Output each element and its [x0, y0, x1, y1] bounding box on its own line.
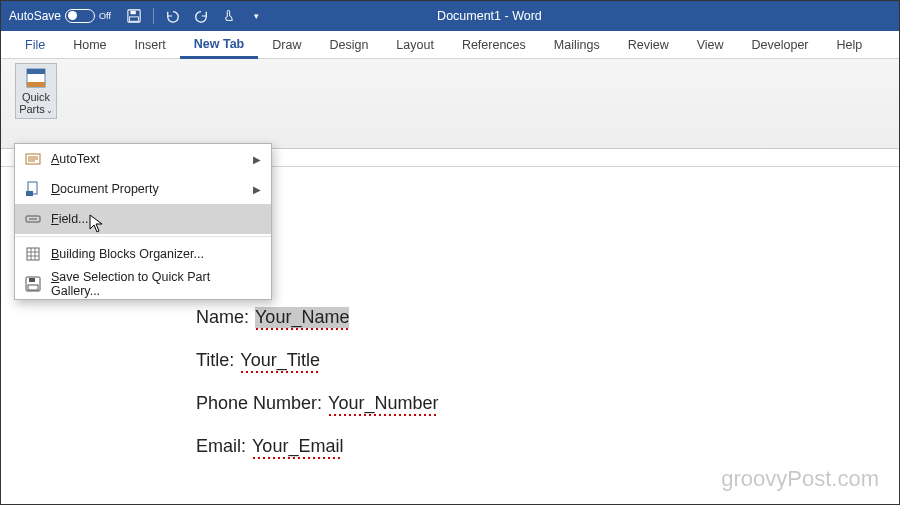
- undo-icon[interactable]: [165, 8, 181, 24]
- field-value-name[interactable]: Your_Name: [255, 307, 349, 328]
- menu-label-autotext: AutoText: [51, 152, 243, 166]
- autosave-toggle[interactable]: AutoSave Off: [9, 9, 117, 23]
- doc-line-title[interactable]: Title: Your_Title: [196, 350, 899, 371]
- submenu-arrow-icon: ▶: [253, 154, 261, 165]
- field-label-name: Name:: [196, 307, 249, 328]
- field-value-title[interactable]: Your_Title: [240, 350, 320, 371]
- svg-rect-12: [29, 278, 35, 282]
- svg-rect-5: [27, 82, 45, 87]
- customize-qat-icon[interactable]: ▾: [249, 8, 265, 24]
- tab-file[interactable]: File: [11, 31, 59, 58]
- field-value-email[interactable]: Your_Email: [252, 436, 343, 457]
- touch-mode-icon[interactable]: [221, 8, 237, 24]
- field-icon: [25, 211, 41, 227]
- menu-label-building-blocks: Building Blocks Organizer...: [51, 247, 261, 261]
- spell-squiggle: [255, 328, 349, 331]
- quick-parts-label-2: Parts: [19, 103, 45, 115]
- toggle-track: [65, 9, 95, 23]
- quick-parts-menu: AutoText ▶ Document Property ▶ Field... …: [14, 143, 272, 300]
- spell-squiggle: [328, 414, 438, 417]
- tab-developer[interactable]: Developer: [738, 31, 823, 58]
- quick-parts-label-1: Quick: [22, 91, 50, 103]
- tab-design[interactable]: Design: [315, 31, 382, 58]
- svg-rect-2: [130, 17, 139, 21]
- menu-item-building-blocks[interactable]: Building Blocks Organizer...: [15, 239, 271, 269]
- tab-review[interactable]: Review: [614, 31, 683, 58]
- spell-squiggle: [252, 457, 343, 460]
- building-blocks-icon: [25, 246, 41, 262]
- quick-parts-icon: [25, 67, 47, 89]
- chevron-down-icon: ⌄: [46, 107, 53, 116]
- menu-item-save-selection[interactable]: Save Selection to Quick Part Gallery...: [15, 269, 271, 299]
- ribbon-body: Quick Parts⌄: [1, 59, 899, 149]
- field-label-email: Email:: [196, 436, 246, 457]
- tab-view[interactable]: View: [683, 31, 738, 58]
- menu-label-field: Field...: [51, 212, 261, 226]
- mouse-cursor-icon: [89, 214, 105, 234]
- title-bar-left: AutoSave Off ▾: [9, 8, 268, 24]
- save-icon[interactable]: [126, 8, 142, 24]
- doc-line-phone[interactable]: Phone Number: Your_Number: [196, 393, 899, 414]
- tab-help[interactable]: Help: [823, 31, 877, 58]
- svg-rect-4: [27, 69, 45, 74]
- tab-draw[interactable]: Draw: [258, 31, 315, 58]
- field-label-phone: Phone Number:: [196, 393, 322, 414]
- spell-squiggle: [240, 371, 320, 374]
- doc-line-email[interactable]: Email: Your_Email: [196, 436, 899, 457]
- menu-item-autotext[interactable]: AutoText ▶: [15, 144, 271, 174]
- tab-insert[interactable]: Insert: [121, 31, 180, 58]
- svg-rect-1: [130, 11, 135, 15]
- tab-home[interactable]: Home: [59, 31, 120, 58]
- document-title: Document1 - Word: [268, 9, 711, 23]
- autosave-label: AutoSave: [9, 9, 61, 23]
- autotext-icon: [25, 151, 41, 167]
- redo-icon[interactable]: [193, 8, 209, 24]
- title-bar: AutoSave Off ▾ Document1 - Word: [1, 1, 899, 31]
- quick-parts-button[interactable]: Quick Parts⌄: [15, 63, 57, 119]
- menu-item-document-property[interactable]: Document Property ▶: [15, 174, 271, 204]
- svg-rect-8: [26, 191, 33, 196]
- tab-references[interactable]: References: [448, 31, 540, 58]
- menu-label-save-selection: Save Selection to Quick Part Gallery...: [51, 270, 261, 298]
- ribbon-tabs: File Home Insert New Tab Draw Design Lay…: [1, 31, 899, 59]
- submenu-arrow-icon: ▶: [253, 184, 261, 195]
- svg-rect-13: [28, 285, 38, 290]
- document-property-icon: [25, 181, 41, 197]
- doc-line-name[interactable]: Name: Your_Name: [196, 307, 899, 328]
- menu-separator: [15, 236, 271, 237]
- field-value-phone[interactable]: Your_Number: [328, 393, 438, 414]
- watermark: groovyPost.com: [721, 466, 879, 492]
- field-label-title: Title:: [196, 350, 234, 371]
- autosave-state: Off: [99, 11, 117, 21]
- menu-label-document-property: Document Property: [51, 182, 243, 196]
- tab-new-tab[interactable]: New Tab: [180, 32, 258, 59]
- menu-item-field[interactable]: Field...: [15, 204, 271, 234]
- tab-layout[interactable]: Layout: [382, 31, 448, 58]
- svg-rect-10: [27, 248, 39, 260]
- save-selection-icon: [25, 276, 41, 292]
- tab-mailings[interactable]: Mailings: [540, 31, 614, 58]
